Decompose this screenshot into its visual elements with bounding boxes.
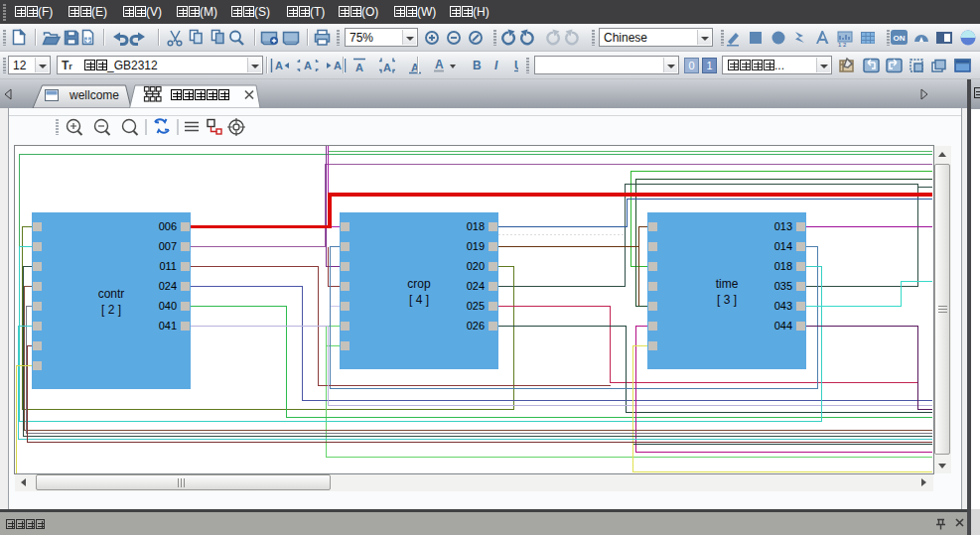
svg-text:A: A <box>435 58 444 71</box>
svg-text:007: 007 <box>159 240 177 252</box>
svg-text:time: time <box>716 277 739 291</box>
svg-text:A: A <box>355 62 363 73</box>
svg-text:A: A <box>334 60 342 71</box>
svg-text:contr: contr <box>98 287 125 301</box>
svg-text:1 2: 1 2 <box>838 42 847 47</box>
svg-text:020: 020 <box>467 260 485 272</box>
svg-text:A: A <box>304 60 312 71</box>
svg-text:[ 2 ]: [ 2 ] <box>101 303 121 317</box>
svg-text:014: 014 <box>774 240 792 252</box>
svg-text:B: B <box>473 59 482 72</box>
svg-text:019: 019 <box>467 240 485 252</box>
svg-text:ON: ON <box>894 34 906 43</box>
svg-text:024: 024 <box>467 280 485 292</box>
svg-text:025: 025 <box>467 300 485 312</box>
svg-text:crop: crop <box>407 277 431 291</box>
svg-text:013: 013 <box>774 220 792 232</box>
svg-text:018: 018 <box>467 220 485 232</box>
svg-text:044: 044 <box>774 320 792 332</box>
svg-text:040: 040 <box>159 300 177 312</box>
svg-text:035: 035 <box>774 280 792 292</box>
svg-text:043: 043 <box>774 300 792 312</box>
svg-text:I: I <box>494 59 498 72</box>
svg-text:011: 011 <box>159 260 177 272</box>
svg-text:026: 026 <box>467 320 485 332</box>
svg-text:A: A <box>383 62 391 73</box>
svg-text:018: 018 <box>774 260 792 272</box>
svg-text:A: A <box>275 60 283 71</box>
svg-text:[ 3 ]: [ 3 ] <box>717 293 737 307</box>
svg-text:041: 041 <box>159 320 177 332</box>
svg-text:024: 024 <box>159 280 177 292</box>
svg-text:[ 4 ]: [ 4 ] <box>409 293 429 307</box>
svg-text:006: 006 <box>159 220 177 232</box>
